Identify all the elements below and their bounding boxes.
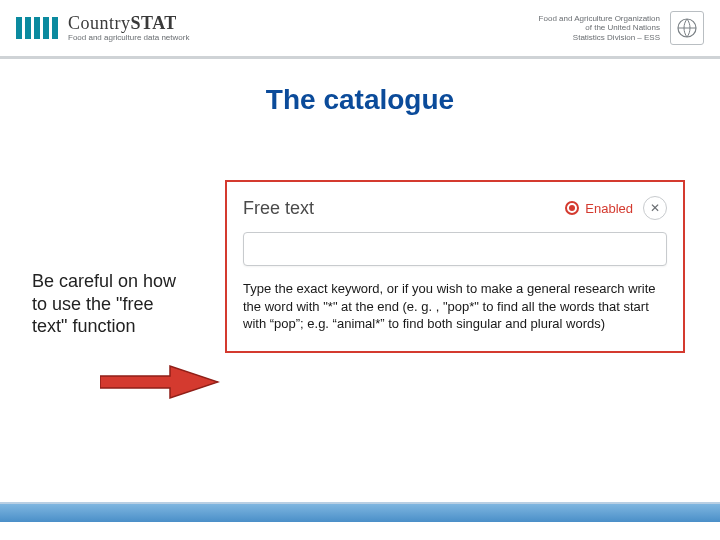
org-line-1: Food and Agriculture Organization bbox=[539, 14, 660, 24]
org-line-3: Statistics Division – ESS bbox=[539, 33, 660, 43]
brand-text: CountrySTAT Food and agriculture data ne… bbox=[68, 14, 189, 42]
brand-name-light: Country bbox=[68, 13, 131, 33]
callout-arrow-icon bbox=[100, 362, 220, 402]
footer-bar bbox=[0, 504, 720, 522]
caption-text: Be careful on how to use the "free text"… bbox=[32, 270, 192, 338]
brand-name-bold: STAT bbox=[131, 13, 177, 33]
toggle-label: Enabled bbox=[585, 201, 633, 216]
help-text: Type the exact keyword, or if you wish t… bbox=[243, 280, 667, 333]
panel-heading: Free text bbox=[243, 198, 314, 219]
free-text-input[interactable] bbox=[243, 232, 667, 266]
panel-header: Free text Enabled ✕ bbox=[243, 196, 667, 220]
brand-bars-icon bbox=[16, 17, 58, 39]
org-text: Food and Agriculture Organization of the… bbox=[539, 14, 660, 43]
brand-tagline: Food and agriculture data network bbox=[68, 34, 189, 42]
page-title: The catalogue bbox=[0, 84, 720, 116]
header: CountrySTAT Food and agriculture data ne… bbox=[0, 0, 720, 56]
header-divider bbox=[0, 56, 720, 59]
brand-right: Food and Agriculture Organization of the… bbox=[539, 11, 704, 45]
enabled-toggle[interactable]: Enabled bbox=[565, 201, 633, 216]
close-button[interactable]: ✕ bbox=[643, 196, 667, 220]
panel-header-controls: Enabled ✕ bbox=[565, 196, 667, 220]
input-row bbox=[243, 232, 667, 266]
org-line-2: of the United Nations bbox=[539, 23, 660, 33]
brand-left: CountrySTAT Food and agriculture data ne… bbox=[16, 14, 189, 42]
brand-name: CountrySTAT bbox=[68, 14, 189, 32]
close-icon: ✕ bbox=[650, 201, 660, 215]
slide: CountrySTAT Food and agriculture data ne… bbox=[0, 0, 720, 540]
free-text-panel: Free text Enabled ✕ Type the exact keywo… bbox=[225, 180, 685, 353]
radio-on-icon bbox=[565, 201, 579, 215]
fao-logo-icon bbox=[670, 11, 704, 45]
svg-marker-1 bbox=[100, 366, 218, 398]
